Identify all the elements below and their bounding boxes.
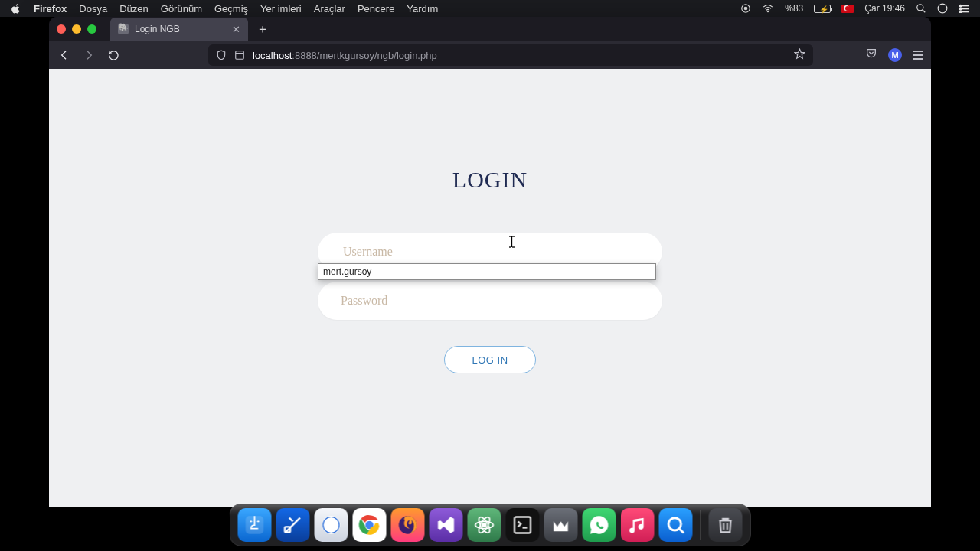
window-minimize-button[interactable] [72, 24, 81, 34]
login-button[interactable]: LOG IN [444, 346, 536, 373]
dock-trash[interactable] [709, 508, 743, 542]
dock-separator [701, 510, 701, 540]
window-close-button[interactable] [57, 24, 66, 34]
svg-point-5 [938, 4, 947, 13]
page-title: LOGIN [452, 167, 528, 193]
window-maximize-button[interactable] [87, 24, 96, 34]
login-form: LOGIN LOG IN [49, 69, 931, 373]
reload-button[interactable] [106, 47, 121, 63]
tab-favicon-icon [118, 24, 129, 34]
bookmark-star-icon[interactable] [794, 48, 805, 62]
macos-menubar: Firefox Dosya Düzen Görünüm Geçmiş Yer i… [0, 0, 980, 17]
menu-window[interactable]: Pencere [358, 3, 394, 15]
tab-title: Login NGB [135, 24, 226, 34]
browser-toolbar: localhost:8888/mertkgursoy/ngb/login.php… [49, 41, 931, 69]
autocomplete-item[interactable]: mert.gursoy [318, 264, 655, 279]
address-bar[interactable]: localhost:8888/mertkgursoy/ngb/login.php [208, 44, 813, 66]
control-center-icon[interactable] [959, 4, 971, 13]
dock-app-firefox[interactable] [391, 508, 425, 542]
browser-tab[interactable]: Login NGB ✕ [110, 18, 248, 41]
forward-button[interactable] [81, 47, 96, 63]
svg-rect-12 [236, 51, 244, 60]
macos-dock [230, 504, 751, 546]
battery-percent[interactable]: %83 [785, 3, 803, 14]
page-viewport: LOGIN LOG IN mert.gursoy [49, 69, 931, 507]
password-field-wrap [318, 282, 662, 320]
dock-app-visual-studio[interactable] [430, 508, 463, 542]
svg-point-9 [959, 8, 962, 10]
tab-bar: Login NGB ✕ ＋ [49, 17, 931, 41]
back-button[interactable] [57, 47, 72, 63]
screen-record-icon[interactable] [740, 3, 751, 14]
dock-app-atom[interactable] [468, 508, 501, 542]
svg-point-28 [482, 523, 486, 527]
svg-point-11 [959, 11, 962, 13]
menu-help[interactable]: Yardım [407, 3, 438, 15]
menu-edit[interactable]: Düzen [119, 3, 149, 15]
url-text: localhost:8888/mertkgursoy/ngb/login.php [253, 50, 437, 61]
firefox-account-avatar[interactable]: M [888, 48, 902, 62]
svg-point-7 [959, 5, 962, 7]
menu-history[interactable]: Geçmiş [214, 3, 248, 15]
spotlight-icon[interactable] [916, 3, 926, 14]
menu-tools[interactable]: Araçlar [314, 3, 345, 15]
svg-point-23 [322, 516, 340, 533]
menubar-clock[interactable]: Çar 19:46 [864, 3, 905, 14]
autocomplete-dropdown: mert.gursoy [318, 263, 656, 280]
menu-bookmarks[interactable]: Yer imleri [260, 3, 302, 15]
menu-view[interactable]: Görünüm [161, 3, 202, 15]
dock-app-terminal[interactable] [506, 508, 540, 542]
wifi-icon[interactable] [762, 3, 774, 14]
username-input[interactable] [343, 245, 639, 259]
tab-close-icon[interactable]: ✕ [232, 24, 240, 35]
tracking-protection-icon[interactable] [216, 50, 227, 60]
dock-app-whatsapp[interactable] [583, 508, 616, 542]
svg-point-1 [745, 7, 748, 10]
dock-app-music[interactable] [621, 508, 655, 542]
dock-app-quicktime[interactable] [659, 508, 693, 542]
dock-app-mamp[interactable] [544, 508, 578, 542]
dock-app-safari[interactable] [315, 508, 348, 542]
apple-menu-icon[interactable] [11, 3, 21, 14]
svg-point-3 [917, 5, 923, 11]
active-app-name[interactable]: Firefox [34, 3, 67, 15]
svg-point-20 [250, 520, 252, 522]
svg-point-21 [257, 520, 259, 522]
password-input[interactable] [341, 294, 639, 308]
svg-line-4 [923, 10, 926, 13]
pocket-icon[interactable] [865, 47, 877, 63]
svg-point-34 [668, 518, 681, 530]
battery-icon[interactable]: ⚡ [814, 5, 831, 13]
new-tab-button[interactable]: ＋ [253, 19, 273, 39]
app-menu-icon[interactable] [913, 51, 923, 60]
menu-file[interactable]: Dosya [79, 3, 107, 15]
site-identity-icon[interactable] [234, 50, 245, 60]
text-caret [341, 244, 341, 259]
svg-rect-32 [514, 517, 531, 533]
dock-app-chrome[interactable] [353, 508, 387, 542]
dock-app-finder[interactable] [238, 508, 272, 542]
firefox-window: Login NGB ✕ ＋ localhost:8888/mertkgursoy… [49, 17, 931, 507]
input-source-flag-icon[interactable] [841, 5, 854, 13]
svg-point-2 [768, 11, 769, 11]
siri-icon[interactable] [937, 3, 948, 14]
dock-app-xcode[interactable] [276, 508, 310, 542]
window-controls [57, 24, 96, 34]
